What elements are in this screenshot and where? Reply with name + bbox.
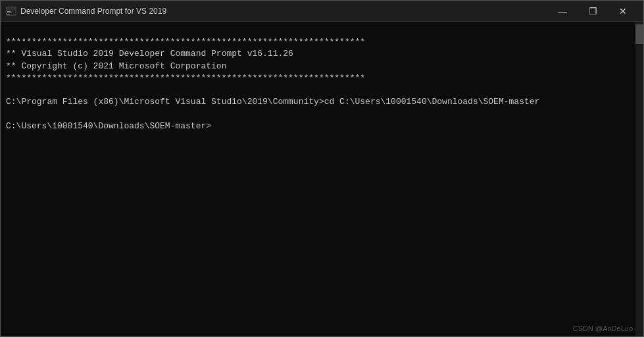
scrollbar-thumb[interactable] — [635, 24, 643, 44]
watermark: CSDN @AoDeLuo — [573, 324, 633, 332]
svg-rect-4 — [7, 14, 10, 14]
console-line-6: C:\Program Files (x86)\Microsoft Visual … — [6, 97, 539, 107]
close-button[interactable]: ✕ — [608, 1, 638, 22]
console-area[interactable]: ****************************************… — [1, 22, 643, 336]
minimize-button[interactable]: — — [547, 1, 578, 22]
console-output: ****************************************… — [6, 24, 638, 144]
window-title: Developer Command Prompt for VS 2019 — [20, 7, 547, 16]
console-line-4: ****************************************… — [6, 73, 365, 83]
window-controls: — ❐ ✕ — [547, 1, 638, 22]
svg-rect-1 — [7, 8, 15, 11]
developer-command-prompt-window: Developer Command Prompt for VS 2019 — ❐… — [0, 0, 644, 337]
scrollbar[interactable] — [635, 22, 643, 336]
console-line-1: ****************************************… — [6, 37, 365, 47]
svg-rect-2 — [7, 11, 11, 12]
console-line-8: C:\Users\10001540\Downloads\SOEM-master> — [6, 121, 211, 131]
console-line-2: ** Visual Studio 2019 Developer Command … — [6, 49, 293, 59]
svg-rect-3 — [7, 13, 12, 13]
maximize-button[interactable]: ❐ — [578, 1, 608, 22]
window-icon — [6, 6, 16, 16]
title-bar: Developer Command Prompt for VS 2019 — ❐… — [1, 1, 643, 22]
console-line-3: ** Copyright (c) 2021 Microsoft Corporat… — [6, 61, 226, 71]
